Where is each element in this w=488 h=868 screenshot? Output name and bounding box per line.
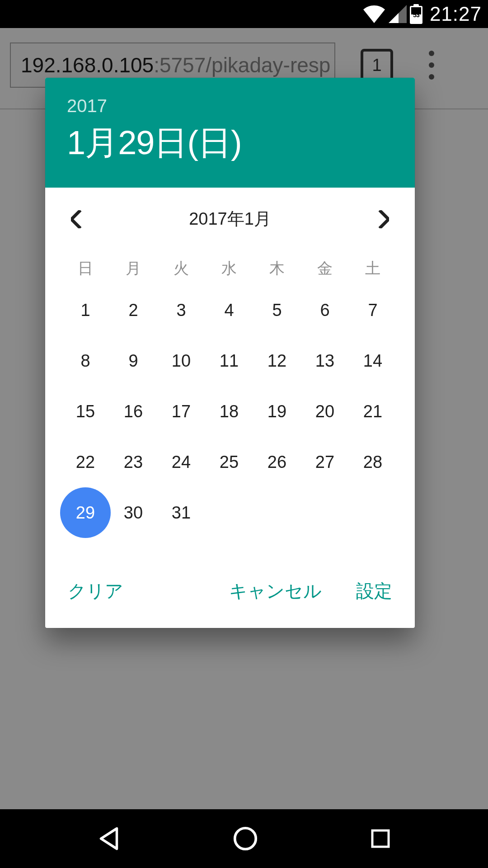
svg-rect-4 [372,830,389,847]
svg-point-3 [235,828,256,849]
day-cell[interactable]: 23 [109,437,157,487]
header-date[interactable]: 1月29日(日) [67,121,393,166]
date-picker-header: 2017 1月29日(日) [45,78,415,188]
day-cell[interactable]: 10 [157,335,205,386]
battery-icon: 53 [410,4,422,24]
dow-cell: 月 [109,252,157,285]
day-cell[interactable]: 18 [205,386,253,437]
day-cell[interactable]: 19 [253,386,301,437]
dow-cell: 土 [349,252,397,285]
week-row: 293031 [61,487,399,538]
day-cell[interactable]: 4 [205,285,253,335]
month-navigator: 2017年1月 [45,188,415,240]
day-of-week-row: 日月火水木金土 [61,252,399,285]
clear-button[interactable]: クリア [61,574,130,608]
dow-cell: 金 [301,252,349,285]
empty-cell [205,487,253,538]
day-cell[interactable]: 14 [349,335,397,386]
day-cell[interactable]: 5 [253,285,301,335]
day-cell[interactable]: 27 [301,437,349,487]
day-cell[interactable]: 8 [61,335,109,386]
day-cell[interactable]: 12 [253,335,301,386]
day-cell[interactable]: 29 [61,487,109,538]
week-row: 15161718192021 [61,386,399,437]
day-cell[interactable]: 9 [109,335,157,386]
set-button[interactable]: 設定 [350,574,399,608]
month-label: 2017年1月 [189,208,271,231]
day-cell[interactable]: 16 [109,386,157,437]
day-cell[interactable]: 31 [157,487,205,538]
empty-cell [301,487,349,538]
day-cell[interactable]: 17 [157,386,205,437]
header-year[interactable]: 2017 [67,96,393,116]
dow-cell: 水 [205,252,253,285]
day-cell[interactable]: 3 [157,285,205,335]
day-cell[interactable]: 15 [61,386,109,437]
prev-month-button[interactable] [68,210,86,228]
day-cell[interactable]: 6 [301,285,349,335]
back-button[interactable] [95,825,122,852]
recents-button[interactable] [368,826,393,851]
next-month-button[interactable] [374,210,392,228]
home-button[interactable] [231,825,259,853]
calendar-grid: 日月火水木金土 12345678910111213141516171819202… [45,240,415,547]
cell-signal-icon [388,5,407,23]
day-cell[interactable]: 24 [157,437,205,487]
android-nav-bar [0,809,488,868]
day-cell[interactable]: 7 [349,285,397,335]
day-cell[interactable]: 25 [205,437,253,487]
dialog-actions: クリア キャンセル 設定 [45,547,415,628]
day-cell[interactable]: 2 [109,285,157,335]
wifi-icon [363,5,385,23]
dow-cell: 木 [253,252,301,285]
dow-cell: 日 [61,252,109,285]
day-cell[interactable]: 11 [205,335,253,386]
day-cell[interactable]: 28 [349,437,397,487]
day-cell[interactable]: 1 [61,285,109,335]
status-bar: 53 21:27 [0,0,488,28]
battery-percent: 53 [413,11,419,19]
week-row: 891011121314 [61,335,399,386]
empty-cell [253,487,301,538]
empty-cell [349,487,397,538]
day-cell[interactable]: 13 [301,335,349,386]
day-cell[interactable]: 30 [109,487,157,538]
day-cell[interactable]: 22 [61,437,109,487]
week-row: 1234567 [61,285,399,335]
week-row: 22232425262728 [61,437,399,487]
status-clock: 21:27 [430,3,482,25]
day-cell[interactable]: 21 [349,386,397,437]
dow-cell: 火 [157,252,205,285]
date-picker-dialog: 2017 1月29日(日) 2017年1月 日月火水木金土 1234567891… [45,78,415,628]
day-cell[interactable]: 26 [253,437,301,487]
svg-rect-1 [413,4,419,7]
cancel-button[interactable]: キャンセル [223,574,328,608]
day-cell[interactable]: 20 [301,386,349,437]
